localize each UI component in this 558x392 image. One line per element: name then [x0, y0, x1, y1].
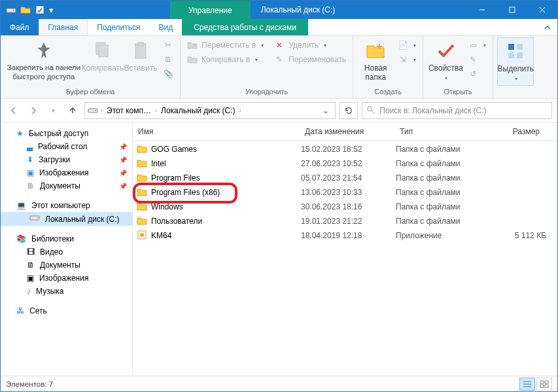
file-name: Windows — [151, 202, 183, 211]
column-headers[interactable]: Имя Дата изменения Тип Размер — [133, 123, 557, 141]
select-button[interactable]: Выделить▾ — [497, 37, 534, 86]
file-type: Папка с файлами — [396, 217, 487, 226]
breadcrumb-current[interactable]: Локальный диск (C:) — [160, 106, 237, 115]
file-row[interactable]: Program Files05.07.2023 21:54Папка с фай… — [133, 171, 557, 185]
rename-button[interactable]: ✎ Переименовать — [271, 53, 349, 66]
checkmark-icon — [435, 40, 456, 61]
file-date: 27.06.2023 10:52 — [301, 159, 396, 168]
file-row[interactable]: Windows30.06.2023 18:16Папка с файлами — [133, 200, 557, 214]
file-name: Program Files (x86) — [151, 188, 220, 197]
breadcrumb-this-pc[interactable]: Этот комп… — [105, 106, 152, 115]
search-input[interactable]: Поиск в: Локальный диск (C:) — [362, 102, 552, 119]
file-name: GOG Games — [151, 145, 197, 154]
chevron-right-icon[interactable]: › — [101, 107, 103, 114]
nav-back-button[interactable] — [6, 103, 22, 118]
drive-icon — [6, 5, 16, 15]
title-context-label: Управление — [188, 6, 232, 15]
view-details-button[interactable] — [519, 378, 535, 391]
desktop-icon: ▃ — [27, 142, 33, 151]
nav-network[interactable]: 🖧Сеть — [1, 304, 132, 317]
navigation-pane[interactable]: ★Быстрый доступ ▃Рабочий стол📌 ⬇Загрузки… — [1, 123, 133, 376]
chevron-right-icon[interactable]: › — [155, 107, 157, 114]
column-date[interactable]: Дата изменения — [300, 123, 394, 140]
copy-to-button[interactable]: Копировать в▾ — [184, 53, 266, 66]
file-date: 18.04.2019 12:18 — [301, 231, 396, 240]
ribbon-collapse-button[interactable] — [538, 19, 557, 35]
file-type: Папка с файлами — [396, 173, 487, 183]
qat-customize-icon[interactable]: ▾ — [49, 5, 54, 15]
file-row[interactable]: Пользователи19.01.2023 21:22Папка с файл… — [133, 214, 557, 228]
history-button[interactable]: ↺ — [465, 67, 489, 80]
nav-quick-access[interactable]: ★Быстрый доступ — [1, 127, 132, 140]
new-item-button[interactable]: 📄▾ — [395, 39, 419, 52]
svg-rect-13 — [508, 52, 514, 58]
properties-button[interactable]: Свойства▾ — [427, 37, 464, 84]
copy-button[interactable]: Копировать — [84, 37, 121, 75]
scissors-icon: ✂ — [163, 40, 173, 50]
column-name[interactable]: Имя — [133, 123, 300, 140]
status-bar: Элементов: 7 — [1, 376, 557, 391]
open-button[interactable]: ▭▾ — [465, 39, 489, 52]
search-placeholder: Поиск в: Локальный диск (C:) — [379, 106, 486, 115]
nav-forward-button[interactable] — [26, 103, 41, 118]
maximize-button[interactable] — [497, 1, 527, 19]
file-date: 15.02.2023 18:52 — [301, 145, 396, 154]
file-row[interactable]: GOG Games15.02.2023 18:52Папка с файлами — [133, 142, 557, 156]
svg-point-16 — [95, 110, 96, 111]
paste-shortcut-button[interactable]: 📎 — [160, 67, 176, 80]
nav-documents[interactable]: 🗎Документы📌 — [1, 179, 132, 192]
properties-qat-icon[interactable] — [35, 5, 45, 15]
view-large-icons-button[interactable] — [536, 378, 552, 391]
easy-access-button[interactable]: ⇲▾ — [395, 53, 419, 66]
folder-open-icon[interactable] — [20, 5, 31, 15]
close-button[interactable] — [527, 1, 557, 19]
folder-icon — [137, 144, 147, 155]
tab-drive-tools[interactable]: Средства работы с дисками — [182, 19, 308, 35]
address-bar[interactable]: › Этот комп… › Локальный диск (C:) › ⌄ — [84, 102, 336, 119]
tab-view[interactable]: Вид — [149, 19, 182, 35]
title-bar: ▾ Управление Локальный диск (C:) — [1, 1, 557, 19]
nav-up-button[interactable] — [65, 103, 80, 118]
paste-button[interactable]: Вставить — [122, 37, 159, 75]
path-icon: 🗎 — [163, 54, 173, 65]
network-icon: 🖧 — [16, 306, 24, 315]
file-row[interactable]: KM6418.04.2019 12:18Приложение5 112 КБ — [133, 228, 557, 243]
app-icon — [137, 230, 147, 241]
nav-local-disk-c[interactable]: Локальный диск (C:) — [1, 212, 132, 226]
minimize-button[interactable] — [467, 1, 497, 19]
pin-quick-access-button[interactable]: Закрепить на панели быстрого доступа — [5, 37, 83, 84]
svg-rect-2 — [36, 6, 44, 14]
refresh-button[interactable] — [340, 102, 358, 119]
tab-home[interactable]: Главная — [39, 19, 88, 35]
nav-pictures[interactable]: ▣Изображения📌 — [1, 166, 132, 179]
file-row[interactable]: Program Files (x86)13.06.2023 10:33Папка… — [133, 185, 557, 200]
file-rows: GOG Games15.02.2023 18:52Папка с файлами… — [133, 141, 557, 376]
column-size[interactable]: Размер — [486, 123, 545, 140]
tab-file[interactable]: Файл — [1, 19, 39, 35]
nav-lib-pictures[interactable]: ▣Изображения — [1, 272, 132, 285]
nav-desktop[interactable]: ▃Рабочий стол📌 — [1, 140, 132, 153]
copy-path-button[interactable]: 🗎 — [160, 53, 176, 66]
new-folder-button[interactable]: Новая папка — [357, 37, 394, 85]
nav-recent-button[interactable]: ▾ — [45, 103, 61, 118]
search-icon — [366, 105, 375, 116]
nav-music[interactable]: ♪Музыка — [1, 285, 132, 298]
chevron-right-icon[interactable]: › — [239, 107, 241, 114]
nav-this-pc[interactable]: 💻Этот компьютер — [1, 199, 132, 212]
nav-lib-documents[interactable]: 🗎Документы — [1, 258, 132, 272]
nav-libraries[interactable]: 📚Библиотеки — [1, 232, 132, 245]
file-date: 19.01.2023 21:22 — [301, 217, 396, 226]
nav-videos[interactable]: 🎞Видео — [1, 245, 132, 258]
nav-downloads[interactable]: ⬇Загрузки📌 — [1, 153, 132, 166]
shortcut-icon: 📎 — [163, 69, 173, 79]
delete-button[interactable]: ✕ Удалить▾ — [271, 39, 349, 52]
column-type[interactable]: Тип — [394, 123, 486, 140]
move-to-button[interactable]: Переместить в▾ — [184, 39, 266, 52]
file-row[interactable]: Intel27.06.2023 10:52Папка с файлами — [133, 156, 557, 171]
address-dropdown-button[interactable]: ⌄ — [319, 106, 332, 115]
edit-button[interactable]: ✎ — [465, 53, 489, 66]
body-area: ★Быстрый доступ ▃Рабочий стол📌 ⬇Загрузки… — [1, 122, 557, 376]
file-name: Пользователи — [151, 217, 202, 226]
cut-button[interactable]: ✂ — [160, 39, 176, 52]
tab-share[interactable]: Поделиться — [88, 19, 149, 35]
